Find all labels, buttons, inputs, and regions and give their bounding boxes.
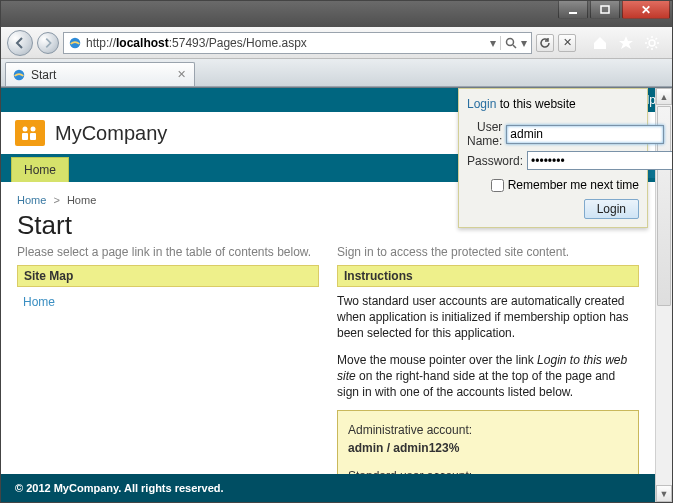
browser-tab[interactable]: Start ✕ (5, 62, 195, 86)
instr-p2: Move the mouse pointer over the link Log… (337, 352, 639, 401)
favorites-icon[interactable] (618, 35, 634, 51)
remember-row: Remember me next time (467, 173, 639, 199)
brand-logo-icon (15, 120, 45, 146)
refresh-button[interactable] (536, 34, 554, 52)
ie-icon (12, 68, 26, 82)
remember-checkbox[interactable] (491, 179, 504, 192)
password-label: Password: (467, 154, 527, 168)
instructions: Two standard user accounts are automatic… (337, 287, 639, 502)
login-submit-button[interactable]: Login (584, 199, 639, 219)
address-bar[interactable]: http://localhost:57493/Pages/Home.aspx ▾… (63, 32, 532, 54)
left-column: Please select a page link in the table o… (17, 245, 319, 502)
svg-rect-17 (22, 133, 28, 140)
login-link[interactable]: Login (467, 97, 496, 111)
svg-line-13 (656, 38, 658, 40)
username-input[interactable] (506, 125, 664, 144)
instr-heading: Instructions (337, 265, 639, 287)
search-icon[interactable] (505, 37, 517, 49)
svg-line-10 (647, 38, 649, 40)
breadcrumb-root[interactable]: Home (17, 194, 46, 206)
login-popover: Login to this website User Name: Passwor… (458, 88, 648, 228)
svg-point-3 (507, 38, 514, 45)
right-column: Sign in to access the protected site con… (337, 245, 639, 502)
svg-line-12 (647, 46, 649, 48)
sitemap-heading: Site Map (17, 265, 319, 287)
browser-navbar: http://localhost:57493/Pages/Home.aspx ▾… (1, 27, 672, 59)
tab-title: Start (31, 68, 169, 82)
breadcrumb-sep: > (49, 194, 63, 206)
browser-window: ✕ http://localhost:57493/Pages/Home.aspx… (0, 0, 673, 503)
svg-point-16 (31, 127, 36, 132)
address-tools: ▾ ▾ (490, 36, 527, 50)
sitemap-link-home[interactable]: Home (23, 295, 55, 309)
forward-button[interactable] (37, 32, 59, 54)
scroll-down-button[interactable]: ▼ (656, 485, 672, 502)
svg-line-4 (513, 45, 516, 48)
svg-point-5 (649, 40, 655, 46)
dropdown-icon[interactable]: ▾ (490, 36, 496, 50)
breadcrumb-current: Home (67, 194, 96, 206)
url-text: http://localhost:57493/Pages/Home.aspx (86, 36, 486, 50)
left-hint: Please select a page link in the table o… (17, 245, 319, 259)
gear-icon[interactable] (644, 35, 660, 51)
svg-rect-18 (30, 133, 36, 140)
back-button[interactable] (7, 30, 33, 56)
page-footer: © 2012 MyCompany. All rights reserved. (1, 474, 655, 502)
home-icon[interactable] (592, 35, 608, 51)
stop-button[interactable]: ✕ (558, 34, 576, 52)
page-viewport: Help MyCompany Home ns Home > Home Start (1, 87, 672, 502)
admin-credentials: admin / admin123% (348, 441, 459, 455)
ie-icon (68, 36, 82, 50)
sitemap-list: Home (17, 287, 319, 317)
window-minimize-button[interactable] (558, 1, 588, 19)
instr-p1: Two standard user accounts are automatic… (337, 293, 639, 342)
nav-home[interactable]: Home (11, 157, 69, 182)
remember-label: Remember me next time (508, 178, 639, 192)
brand-title: MyCompany (55, 122, 167, 145)
page-body: Home > Home Start Please select a page l… (1, 182, 655, 502)
window-maximize-button[interactable] (590, 1, 620, 19)
svg-rect-1 (601, 6, 609, 13)
scroll-up-button[interactable]: ▲ (656, 88, 672, 105)
password-input[interactable] (527, 151, 672, 170)
svg-line-11 (656, 46, 658, 48)
admin-account-label: Administrative account: (348, 421, 628, 439)
right-hint: Sign in to access the protected site con… (337, 245, 639, 259)
svg-rect-0 (569, 12, 577, 14)
username-label: User Name: (467, 120, 506, 148)
window-titlebar: ✕ (1, 1, 672, 27)
window-close-button[interactable]: ✕ (622, 1, 670, 19)
tab-strip: Start ✕ (1, 59, 672, 87)
browser-tools (586, 35, 666, 51)
login-popover-title: Login to this website (467, 95, 639, 117)
dropdown-icon[interactable]: ▾ (521, 36, 527, 50)
tab-close-button[interactable]: ✕ (174, 68, 188, 82)
svg-point-15 (23, 127, 28, 132)
